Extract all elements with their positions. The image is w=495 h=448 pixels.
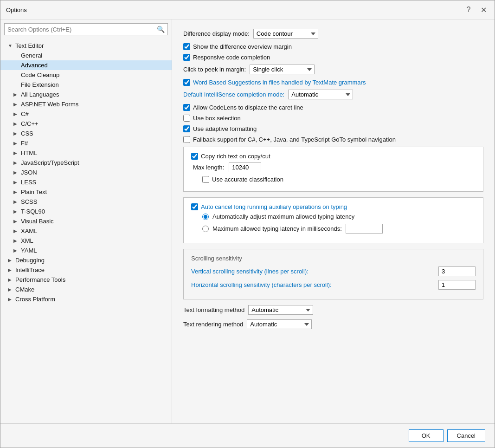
tree-item-label-yaml: YAML bbox=[21, 247, 37, 254]
tree-item-xml[interactable]: ▶XML bbox=[0, 236, 172, 246]
title-bar: Options ? ✕ bbox=[0, 0, 495, 19]
expand-arrow-xaml: ▶ bbox=[13, 228, 19, 234]
tree-item-yaml[interactable]: ▶YAML bbox=[0, 246, 172, 255]
tree-item-cpp[interactable]: ▶C/C++ bbox=[0, 119, 172, 129]
tree-item-tsql90[interactable]: ▶T-SQL90 bbox=[0, 207, 172, 216]
tree-item-label-csharp: C# bbox=[21, 110, 29, 117]
tree-item-all-languages[interactable]: ▶All Languages bbox=[0, 90, 172, 99]
tree-item-label-debugging: Debugging bbox=[15, 257, 45, 264]
vertical-scroll-input[interactable] bbox=[438, 266, 476, 276]
max-latency-row: Maximum allowed typing latency in millis… bbox=[191, 224, 476, 234]
tree-item-file-extension[interactable]: File Extension bbox=[0, 80, 172, 90]
tree-item-label-general: General bbox=[21, 52, 42, 59]
tree-item-less[interactable]: ▶LESS bbox=[0, 177, 172, 187]
text-rendering-dropdown[interactable]: Automatic GDI DirectWrite bbox=[247, 319, 312, 329]
left-panel: 🔍 ▼Text EditorGeneralAdvancedCode Cleanu… bbox=[0, 19, 172, 423]
tree-item-xaml[interactable]: ▶XAML bbox=[0, 226, 172, 236]
tree-item-scss[interactable]: ▶SCSS bbox=[0, 197, 172, 207]
search-box[interactable]: 🔍 bbox=[4, 23, 168, 35]
tree-container[interactable]: ▼Text EditorGeneralAdvancedCode CleanupF… bbox=[0, 39, 172, 423]
max-latency-label: Maximum allowed typing latency in millis… bbox=[212, 225, 342, 232]
auto-cancel-label: Auto cancel long running auxiliary opera… bbox=[201, 203, 347, 210]
difference-display-label: Difference display mode: bbox=[183, 30, 250, 37]
tree-item-general[interactable]: General bbox=[0, 51, 172, 60]
show-diff-margin-label: Show the difference overview margin bbox=[193, 43, 292, 50]
tree-item-cmake[interactable]: ▶CMake bbox=[0, 285, 172, 294]
responsive-code-label: Responsive code completion bbox=[193, 54, 270, 61]
vertical-scroll-label: Vertical scrolling sensitivity (lines pe… bbox=[191, 268, 435, 275]
vertical-scroll-row: Vertical scrolling sensitivity (lines pe… bbox=[191, 266, 476, 276]
search-icon: 🔍 bbox=[157, 26, 165, 33]
accurate-classification-row: Use accurate classification bbox=[191, 176, 476, 183]
codelens-checkbox[interactable] bbox=[183, 104, 190, 111]
tree-item-css[interactable]: ▶CSS bbox=[0, 129, 172, 138]
click-to-peek-dropdown[interactable]: Single click Double click bbox=[250, 65, 315, 74]
auto-adjust-radio[interactable] bbox=[202, 214, 209, 220]
help-button[interactable]: ? bbox=[463, 4, 474, 15]
ok-button[interactable]: OK bbox=[409, 429, 444, 442]
cancel-button[interactable]: Cancel bbox=[447, 429, 485, 442]
tree-item-advanced[interactable]: Advanced bbox=[0, 60, 172, 70]
tree-item-label-css: CSS bbox=[21, 130, 33, 137]
fallback-support-checkbox[interactable] bbox=[183, 136, 190, 143]
tree-item-fsharp[interactable]: ▶F# bbox=[0, 138, 172, 148]
tree-item-label-visual-basic: Visual Basic bbox=[21, 218, 54, 225]
horizontal-scroll-label: Horizontal scrolling sensitivity (charac… bbox=[191, 281, 435, 288]
expand-arrow-debugging: ▶ bbox=[8, 258, 13, 263]
tree-item-label-html: HTML bbox=[21, 149, 37, 156]
dialog-footer: OK Cancel bbox=[0, 423, 495, 448]
scrolling-section-title: Scrolling sensitivity bbox=[191, 255, 476, 262]
tree-item-label-aspnet-web-forms: ASP.NET Web Forms bbox=[21, 101, 78, 108]
tree-item-plain-text[interactable]: ▶Plain Text bbox=[0, 187, 172, 197]
tree-item-cross-platform[interactable]: ▶Cross Platform bbox=[0, 294, 172, 304]
word-suggestions-checkbox[interactable] bbox=[183, 79, 190, 86]
copy-rich-text-checkbox[interactable] bbox=[191, 153, 198, 160]
intellisense-dropdown[interactable]: Automatic Cycling Tab-first bbox=[288, 90, 353, 99]
tree-item-text-editor[interactable]: ▼Text Editor bbox=[0, 41, 172, 51]
max-length-input[interactable] bbox=[229, 162, 261, 172]
tree-item-json[interactable]: ▶JSON bbox=[0, 168, 172, 177]
codelens-row: Allow CodeLens to displace the caret lin… bbox=[183, 104, 483, 111]
tree-item-aspnet-web-forms[interactable]: ▶ASP.NET Web Forms bbox=[0, 99, 172, 109]
tree-item-intellitrace[interactable]: ▶IntelliTrace bbox=[0, 265, 172, 275]
expand-arrow-intellitrace: ▶ bbox=[8, 267, 13, 273]
difference-display-dropdown[interactable]: Code contour None ViewportOverview bbox=[253, 29, 318, 39]
copy-rich-text-section: Copy rich text on copy/cut Max length: U… bbox=[183, 147, 483, 192]
text-rendering-row: Text rendering method Automatic GDI Dire… bbox=[183, 319, 483, 329]
tree-item-code-cleanup[interactable]: Code Cleanup bbox=[0, 70, 172, 80]
adaptive-formatting-checkbox[interactable] bbox=[183, 125, 190, 132]
text-formatting-dropdown[interactable]: Automatic GDI DirectWrite bbox=[248, 305, 313, 315]
horizontal-scroll-input[interactable] bbox=[438, 280, 476, 290]
box-selection-checkbox[interactable] bbox=[183, 115, 190, 122]
expand-arrow-performance-tools: ▶ bbox=[8, 277, 13, 282]
close-button[interactable]: ✕ bbox=[478, 4, 489, 15]
tree-item-performance-tools[interactable]: ▶Performance Tools bbox=[0, 275, 172, 285]
tree-item-label-file-extension: File Extension bbox=[21, 81, 59, 88]
tree-item-csharp[interactable]: ▶C# bbox=[0, 109, 172, 119]
text-formatting-label: Text formatting method bbox=[183, 306, 244, 313]
intellisense-label: Default IntelliSense completion mode: bbox=[183, 91, 284, 98]
tree-item-javascript-typescript[interactable]: ▶JavaScript/TypeScript bbox=[0, 158, 172, 168]
expand-arrow-scss: ▶ bbox=[13, 199, 19, 204]
tree-item-html[interactable]: ▶HTML bbox=[0, 148, 172, 158]
box-selection-label: Use box selection bbox=[193, 115, 241, 122]
tree-item-debugging[interactable]: ▶Debugging bbox=[0, 255, 172, 265]
show-diff-margin-checkbox[interactable] bbox=[183, 43, 190, 50]
search-input[interactable] bbox=[7, 26, 157, 33]
auto-cancel-checkbox[interactable] bbox=[191, 203, 198, 210]
tree-item-label-text-editor: Text Editor bbox=[15, 42, 44, 49]
expand-arrow-fsharp: ▶ bbox=[13, 141, 19, 146]
auto-cancel-row: Auto cancel long running auxiliary opera… bbox=[191, 203, 476, 210]
max-latency-input[interactable] bbox=[346, 224, 383, 234]
fallback-support-row: Fallback support for C#, C++, Java, and … bbox=[183, 136, 483, 143]
text-rendering-label: Text rendering method bbox=[183, 321, 243, 328]
tree-item-visual-basic[interactable]: ▶Visual Basic bbox=[0, 216, 172, 226]
show-diff-margin-row: Show the difference overview margin bbox=[183, 43, 483, 50]
max-latency-radio[interactable] bbox=[202, 226, 209, 232]
expand-arrow-yaml: ▶ bbox=[13, 248, 19, 253]
responsive-code-checkbox[interactable] bbox=[183, 54, 190, 61]
auto-adjust-row: Automatically adjust maximum allowed typ… bbox=[191, 213, 476, 220]
auto-cancel-section: Auto cancel long running auxiliary opera… bbox=[183, 197, 483, 243]
accurate-classification-checkbox[interactable] bbox=[202, 176, 209, 183]
copy-rich-text-label: Copy rich text on copy/cut bbox=[201, 153, 270, 160]
